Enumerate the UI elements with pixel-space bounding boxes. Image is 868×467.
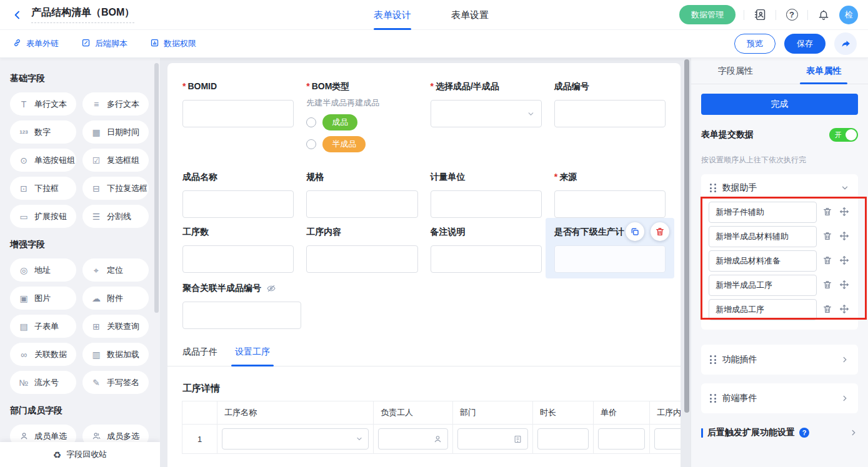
select-product-dropdown[interactable]: [431, 100, 542, 127]
field-pill-single-line-text[interactable]: T单行文本: [10, 92, 76, 116]
field-pill-geolocation[interactable]: ⌖定位: [82, 258, 149, 282]
product-name-input[interactable]: [182, 190, 294, 218]
drag-handle-icon[interactable]: [710, 355, 717, 364]
tab-field-properties[interactable]: 字段属性: [691, 58, 780, 84]
field-product-code[interactable]: 成品编号: [554, 81, 666, 152]
helper-item-label[interactable]: 新增成品工序: [709, 299, 817, 320]
drag-handle-icon[interactable]: [710, 184, 717, 192]
trash-icon[interactable]: [822, 207, 834, 218]
field-pill-signature[interactable]: ✎手写签名: [82, 371, 149, 394]
trash-icon[interactable]: [822, 231, 834, 242]
move-icon[interactable]: [839, 207, 851, 218]
data-permission-link[interactable]: 数据权限: [150, 38, 196, 49]
frontend-event-card[interactable]: 前端事件: [701, 383, 858, 413]
avatar[interactable]: 检: [839, 6, 858, 24]
post-trigger-setting[interactable]: 后置触发扩展功能设置 ?: [701, 427, 858, 438]
source-input[interactable]: [554, 190, 666, 218]
has-sub-plan-input[interactable]: [554, 245, 666, 273]
field-pill-number[interactable]: 123数字: [10, 120, 76, 144]
field-pill-multi-select[interactable]: ⊟下拉复选框: [82, 177, 149, 200]
field-pill-data-load[interactable]: ▥数据加载: [82, 343, 149, 366]
move-icon[interactable]: [839, 231, 851, 242]
contacts-book-icon[interactable]: [752, 7, 767, 22]
unit-price-input[interactable]: [598, 428, 645, 450]
tab-form-design[interactable]: 表单设计: [374, 0, 411, 30]
duration-input[interactable]: [537, 428, 589, 450]
move-icon[interactable]: [839, 304, 851, 315]
worker-picker-input[interactable]: [378, 428, 448, 450]
helper-item-label[interactable]: 新增半成品材料辅助: [709, 226, 817, 247]
field-bomid[interactable]: *BOMID: [182, 81, 294, 152]
remark-input[interactable]: [431, 245, 542, 273]
field-pill-image[interactable]: ▣图片: [10, 287, 76, 310]
back-icon[interactable]: [11, 9, 24, 21]
help-badge-icon[interactable]: ?: [799, 428, 809, 438]
field-select-product[interactable]: *选择成品/半成品: [431, 81, 542, 152]
helper-item-label[interactable]: 新增半成品工序: [709, 275, 817, 296]
field-pill-radio-group[interactable]: ⊙单选按钮组: [10, 149, 76, 172]
sidebar-scrollbar[interactable]: [154, 63, 159, 313]
chevron-right-icon[interactable]: [841, 355, 849, 364]
move-icon[interactable]: [839, 280, 851, 291]
page-title[interactable]: 产品结构清单（BOM）: [31, 6, 134, 23]
chevron-right-icon[interactable]: [849, 428, 858, 437]
field-pill-relation-data[interactable]: ∞关联数据: [10, 343, 76, 366]
field-has-sub-plan-selected[interactable]: 是否有下级生产计: [554, 226, 666, 273]
bomid-input[interactable]: [182, 100, 294, 127]
plugin-section-card[interactable]: 功能插件: [701, 345, 858, 375]
field-process-content[interactable]: 工序内容: [306, 226, 417, 273]
trash-icon[interactable]: [822, 280, 834, 291]
field-pill-datetime[interactable]: ▦日期时间: [82, 120, 149, 144]
copy-field-button[interactable]: [626, 222, 644, 241]
radio-icon[interactable]: [306, 117, 316, 127]
tab-set-process[interactable]: 设置工序: [235, 347, 270, 366]
field-bom-type[interactable]: *BOM类型 先建半成品再建成品 成品 半成品: [306, 81, 417, 152]
preview-button[interactable]: 预览: [734, 34, 776, 54]
field-pill-multi-line-text[interactable]: ≡多行文本: [82, 92, 149, 116]
bom-type-option-semi[interactable]: 半成品: [306, 136, 417, 152]
field-source[interactable]: *来源: [554, 171, 666, 218]
field-pill-divider[interactable]: ☰分割线: [82, 205, 149, 228]
delete-field-button[interactable]: [651, 222, 669, 241]
radio-icon[interactable]: [306, 139, 316, 149]
tab-product-children[interactable]: 成品子件: [182, 347, 217, 366]
process-name-select[interactable]: [222, 428, 369, 450]
data-manage-button[interactable]: 数据管理: [679, 5, 736, 24]
field-pill-extend-button[interactable]: ▭扩展按钮: [10, 205, 76, 228]
field-spec[interactable]: 规格: [306, 171, 417, 218]
helper-item-label[interactable]: 新增子件辅助: [709, 202, 817, 223]
field-unit[interactable]: 计量单位: [431, 171, 542, 218]
helper-item-label[interactable]: 新增成品材料准备: [709, 250, 817, 272]
spec-input[interactable]: [306, 190, 417, 218]
bom-type-option-finished[interactable]: 成品: [306, 114, 417, 130]
field-pill-address[interactable]: ◎地址: [10, 258, 76, 282]
chevron-right-icon[interactable]: [841, 394, 849, 403]
bell-icon[interactable]: [816, 7, 831, 22]
trash-icon[interactable]: [822, 304, 834, 315]
chevron-down-icon[interactable]: [841, 184, 849, 192]
tab-form-properties[interactable]: 表单属性: [780, 58, 868, 84]
share-button[interactable]: [834, 32, 857, 55]
field-pill-subform[interactable]: ▤子表单: [10, 315, 76, 338]
submit-data-toggle[interactable]: 开: [829, 128, 858, 142]
field-product-name[interactable]: 成品名称: [182, 171, 294, 218]
unit-input[interactable]: [431, 190, 542, 218]
help-icon[interactable]: ?: [784, 7, 799, 22]
field-pill-checkbox-group[interactable]: ☑复选框组: [82, 149, 149, 172]
canvas-scrollbar[interactable]: [684, 59, 689, 413]
field-pill-serial-number[interactable]: №流水号: [10, 371, 76, 394]
field-process-count[interactable]: 工序数: [182, 226, 294, 273]
process-content-cell-input[interactable]: [654, 428, 681, 450]
department-picker-input[interactable]: [457, 428, 528, 450]
form-external-link[interactable]: 表单外链: [12, 38, 59, 49]
field-pill-attachment[interactable]: ☁附件: [82, 287, 149, 310]
backend-script-link[interactable]: 后端脚本: [81, 38, 127, 49]
trash-icon[interactable]: [822, 255, 834, 267]
field-recycle-bin[interactable]: ♻ 字段回收站: [0, 442, 160, 467]
move-icon[interactable]: [839, 255, 851, 267]
drag-handle-icon[interactable]: [710, 394, 717, 403]
agg-semi-code-input[interactable]: [182, 302, 301, 329]
save-button[interactable]: 保存: [784, 34, 826, 54]
field-agg-semi-code[interactable]: 聚合关联半成品编号: [182, 282, 301, 329]
process-count-input[interactable]: [182, 245, 294, 273]
